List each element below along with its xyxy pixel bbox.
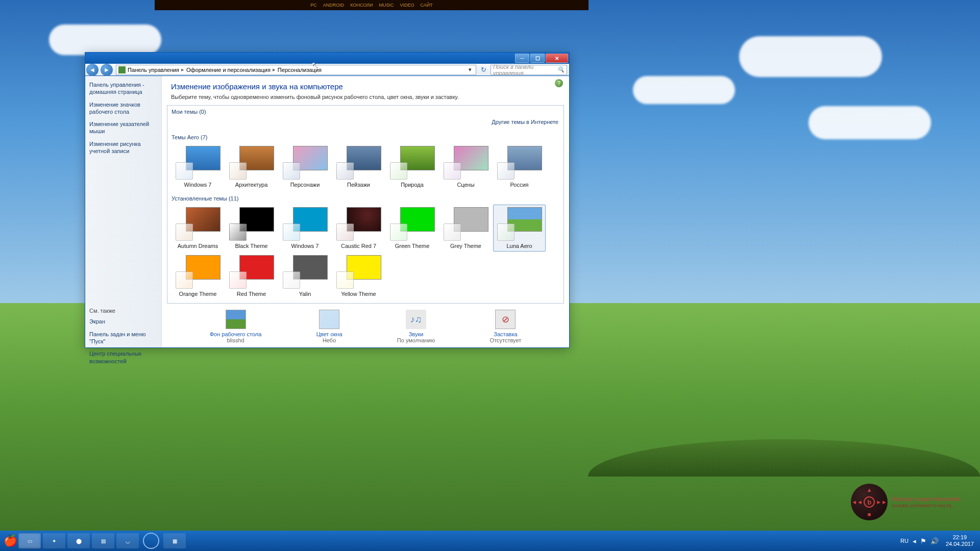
theme-item[interactable]: Red Theme — [225, 253, 278, 299]
language-indicator[interactable]: RU — [900, 538, 909, 544]
task-item[interactable]: ✦ — [43, 533, 65, 548]
tray-clock[interactable]: 22:19 24.04.2017 — [946, 534, 974, 547]
media-controls: ▲ ◄◄ b ►► ■ — [851, 484, 888, 520]
theme-name: Yellow Theme — [341, 291, 376, 297]
theme-item[interactable]: Green Theme — [386, 205, 438, 252]
task-item[interactable]: ▦ — [163, 533, 186, 548]
setting-item[interactable]: Фон рабочего столаblisshd — [210, 310, 262, 343]
task-item[interactable]: ▤ — [92, 533, 114, 548]
theme-item[interactable]: Grey Theme — [439, 205, 492, 252]
page-title: Изменение изображения и звука на компьют… — [171, 82, 560, 91]
theme-item[interactable]: Персонажи — [279, 143, 331, 190]
theme-name: Grey Theme — [450, 243, 481, 249]
setting-item[interactable]: Цвет окнаНебо — [316, 310, 342, 343]
media-prev-icon[interactable]: ◄◄ — [851, 499, 863, 505]
sidebar: Панель управления - домашняя страницаИзм… — [85, 76, 162, 347]
theme-name: Персонажи — [290, 182, 320, 188]
system-tray: RU ◂ ⚑ 🔊 22:19 24.04.2017 — [900, 534, 977, 547]
theme-name: Природа — [401, 182, 424, 188]
section-aero: Темы Aero (7) — [167, 131, 564, 141]
banner-link[interactable]: САЙТ — [420, 3, 432, 8]
sidebar-link[interactable]: Панель управления - домашняя страница — [89, 81, 157, 96]
task-item[interactable]: ⬤ — [67, 533, 90, 548]
breadcrumb-mid[interactable]: Оформление и персонализация — [186, 67, 271, 73]
theme-item[interactable]: Yellow Theme — [332, 253, 385, 299]
theme-item[interactable]: Россия — [493, 143, 546, 190]
maximize-button[interactable]: ☐ — [530, 54, 545, 63]
themes-panel[interactable]: Мои темы (0) Другие темы в Интернете Тем… — [167, 105, 564, 304]
banner-link[interactable]: VIDEO — [400, 3, 414, 8]
navbar: ◄ ► Панель управления ▸ Оформление и пер… — [85, 64, 569, 76]
address-dropdown[interactable]: ▾ — [467, 66, 474, 73]
sidebar-link[interactable]: Изменение значков рабочего стола — [89, 101, 157, 116]
refresh-button[interactable]: ↻ — [478, 65, 488, 75]
banner-link[interactable]: MUSIC — [379, 3, 394, 8]
tray-action-icon[interactable]: ⚑ — [920, 537, 926, 545]
theme-item[interactable]: Yalin — [279, 253, 331, 299]
taskbar: 🍎 ▭ ✦ ⬤ ▤ ◡ ▦ RU ◂ ⚑ 🔊 22:19 24.04.2017 — [0, 531, 980, 551]
online-themes-link[interactable]: Другие темы в Интернете — [492, 119, 558, 125]
sidebar-link[interactable]: Панель задач и меню "Пуск" — [89, 331, 157, 345]
forward-button[interactable]: ► — [101, 64, 113, 76]
minimize-button[interactable]: ─ — [515, 54, 529, 63]
theme-name: Россия — [510, 182, 528, 188]
theme-name: Yalin — [299, 291, 311, 297]
breadcrumb-leaf[interactable]: Персонализация — [278, 67, 322, 73]
task-item[interactable]: ◡ — [116, 533, 139, 548]
help-icon[interactable]: ? — [555, 79, 563, 87]
section-my-themes: Мои темы (0) — [167, 106, 564, 116]
sidebar-link[interactable]: Изменение рисунка учетной записи — [89, 140, 157, 155]
theme-name: Black Theme — [235, 243, 268, 249]
content: Изменение изображения и звука на компьют… — [162, 76, 569, 347]
media-up-icon[interactable]: ▲ — [867, 487, 872, 493]
theme-item[interactable]: Природа — [386, 143, 438, 190]
sidebar-link[interactable]: Экран — [89, 318, 157, 325]
theme-item[interactable]: Caustic Red 7 — [332, 205, 385, 252]
theme-item[interactable]: Архитектура — [225, 143, 278, 190]
theme-item[interactable]: Пейзажи — [332, 143, 385, 190]
media-source: youtube.com/watch?v=koLYq… — [892, 503, 965, 508]
media-stop-icon[interactable]: ■ — [868, 511, 871, 517]
titlebar[interactable]: ─ ☐ ✕ — [85, 53, 569, 64]
theme-name: Windows 7 — [184, 182, 212, 188]
media-next-icon[interactable]: ►► — [876, 499, 887, 505]
banner-link[interactable]: КОНСОЛИ — [350, 3, 373, 8]
tray-chevron-icon[interactable]: ◂ — [913, 537, 916, 545]
personalization-window: ─ ☐ ✕ ◄ ► Панель управления ▸ Оформление… — [85, 52, 570, 348]
address-bar[interactable]: Панель управления ▸ Оформление и персона… — [116, 65, 476, 75]
theme-item[interactable]: Сцены — [439, 143, 492, 190]
theme-item[interactable]: Orange Theme — [172, 253, 224, 299]
theme-item[interactable]: Black Theme — [225, 205, 278, 252]
see-also-label: См. также — [89, 308, 157, 314]
theme-name: Luna Aero — [506, 243, 532, 249]
theme-item[interactable]: Windows 7 — [279, 205, 331, 252]
theme-name: Архитектура — [235, 182, 268, 188]
theme-item[interactable]: Luna Aero — [493, 205, 546, 252]
sidebar-link[interactable]: Центр специальных возможностей — [89, 350, 157, 365]
media-logo-icon[interactable]: b — [864, 496, 875, 508]
search-input[interactable]: Поиск в панели управления 🔍 — [491, 65, 567, 75]
back-button[interactable]: ◄ — [86, 64, 99, 76]
start-button[interactable]: 🍎 — [3, 534, 17, 548]
banner-link[interactable]: PC — [310, 3, 317, 8]
settings-row: Фон рабочего столаblisshdЦвет окнаНебо♪♫… — [162, 306, 569, 347]
banner-link[interactable]: ANDROID — [323, 3, 345, 8]
page-desc: Выберите тему, чтобы одновременно измени… — [171, 94, 560, 100]
tray-volume-icon[interactable]: 🔊 — [930, 537, 939, 545]
theme-item[interactable]: Autumn Dreams — [172, 205, 224, 252]
setting-item[interactable]: ⊘ЗаставкаОтсутствует — [490, 310, 522, 343]
theme-name: Windows 7 — [291, 243, 319, 249]
media-title: Relaxing Lounge Instrumental… — [892, 496, 965, 502]
theme-item[interactable]: Windows 7 — [172, 143, 224, 190]
theme-name: Сцены — [457, 182, 474, 188]
setting-item[interactable]: ♪♫ЗвукиПо умолчанию — [397, 310, 435, 343]
top-banner: PCANDROIDКОНСОЛИMUSICVIDEOСАЙТ — [155, 0, 589, 10]
breadcrumb-root[interactable]: Панель управления — [128, 67, 179, 73]
cortana-icon[interactable] — [143, 533, 159, 549]
sidebar-link[interactable]: Изменение указателей мыши — [89, 120, 157, 135]
media-widget: ▲ ◄◄ b ►► ■ Relaxing Lounge Instrumental… — [851, 484, 965, 520]
task-item[interactable]: ▭ — [18, 533, 41, 548]
theme-name: Red Theme — [237, 291, 266, 297]
search-icon[interactable]: 🔍 — [557, 66, 565, 73]
close-button[interactable]: ✕ — [546, 54, 568, 63]
